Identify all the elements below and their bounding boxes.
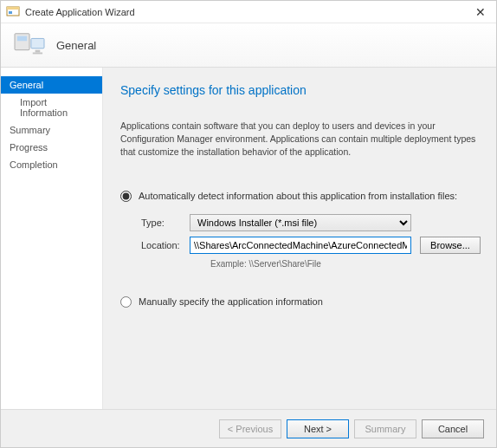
app-icon: [6, 5, 20, 19]
titlebar: Create Application Wizard ✕: [1, 1, 496, 23]
window-title: Create Application Wizard: [25, 7, 470, 17]
radio-auto-detect[interactable]: [120, 191, 132, 202]
footer: < Previous Next > Summary Cancel: [1, 409, 496, 447]
svg-rect-3: [15, 34, 29, 50]
page-title: General: [56, 39, 96, 52]
close-icon[interactable]: ✕: [470, 5, 491, 19]
location-label: Location:: [141, 240, 190, 250]
sidebar-item-general[interactable]: General: [1, 76, 102, 94]
content-heading: Specify settings for this application: [120, 83, 481, 97]
sidebar-item-import-information[interactable]: Import Information: [1, 94, 102, 121]
svg-rect-2: [9, 11, 12, 14]
option-auto-label: Automatically detect information about t…: [139, 191, 457, 201]
previous-button: < Previous: [219, 419, 281, 438]
cancel-button[interactable]: Cancel: [422, 419, 484, 438]
option-auto-row: Automatically detect information about t…: [120, 191, 481, 202]
sidebar-item-summary[interactable]: Summary: [1, 121, 102, 139]
example-text: Example: \\Server\Share\File: [210, 259, 481, 269]
radio-manual[interactable]: [120, 296, 132, 308]
svg-rect-7: [33, 53, 42, 55]
option-manual-row: Manually specify the application informa…: [120, 296, 481, 308]
svg-rect-6: [36, 50, 41, 53]
sidebar: General Import Information Summary Progr…: [1, 68, 103, 409]
browse-button[interactable]: Browse...: [420, 237, 481, 254]
sidebar-item-completion[interactable]: Completion: [1, 156, 102, 173]
type-select[interactable]: Windows Installer (*.msi file): [190, 214, 411, 231]
option-manual-label: Manually specify the application informa…: [139, 296, 323, 307]
type-label: Type:: [141, 218, 190, 228]
sidebar-item-progress[interactable]: Progress: [1, 139, 102, 156]
summary-button: Summary: [354, 419, 416, 438]
body: General Import Information Summary Progr…: [1, 68, 496, 409]
form-grid: Type: Windows Installer (*.msi file) Loc…: [141, 214, 481, 269]
location-input[interactable]: [190, 237, 411, 254]
svg-rect-4: [17, 36, 27, 42]
content: Specify settings for this application Ap…: [103, 68, 496, 409]
content-description: Applications contain software that you c…: [120, 120, 481, 159]
wizard-window: Create Application Wizard ✕ General Gene…: [0, 0, 497, 448]
svg-rect-1: [7, 7, 19, 10]
svg-rect-5: [31, 38, 44, 48]
header: General: [1, 23, 496, 68]
computer-icon: [13, 30, 46, 60]
next-button[interactable]: Next >: [287, 419, 349, 438]
